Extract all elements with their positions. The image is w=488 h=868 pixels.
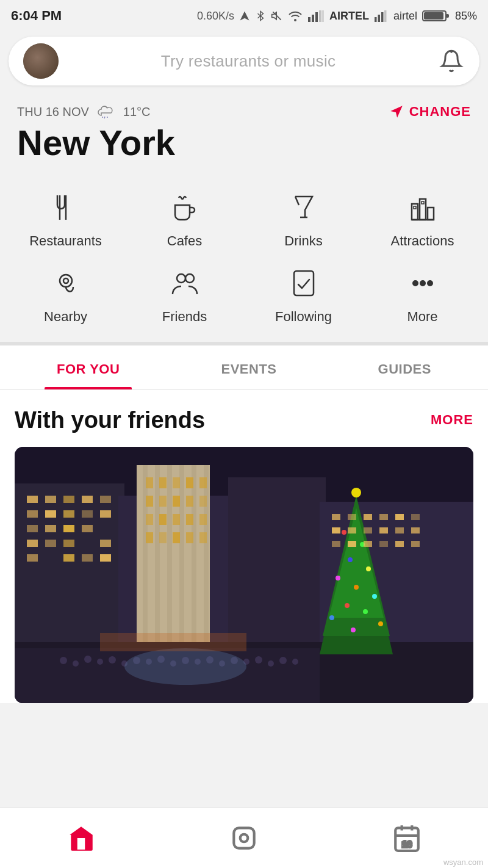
tab-events[interactable]: EVENTS: [209, 345, 289, 389]
change-button[interactable]: CHANGE: [389, 104, 471, 120]
tab-guides[interactable]: GUIDES: [366, 345, 443, 389]
svg-rect-59: [27, 554, 38, 562]
search-bar[interactable]: Try restaurants or music: [9, 37, 479, 85]
category-drinks[interactable]: Drinks: [255, 188, 353, 249]
svg-rect-83: [186, 514, 193, 525]
svg-rect-3: [312, 15, 314, 22]
category-attractions[interactable]: Attractions: [374, 188, 472, 249]
restaurants-icon: [46, 188, 85, 227]
svg-rect-26: [422, 201, 424, 204]
category-nearby[interactable]: Nearby: [17, 264, 115, 325]
svg-point-102: [363, 609, 368, 614]
svg-rect-78: [186, 496, 193, 507]
avatar[interactable]: [23, 43, 59, 79]
nearby-icon: [46, 264, 85, 303]
svg-point-29: [63, 278, 68, 283]
restaurants-label: Restaurants: [29, 233, 102, 249]
nav-home[interactable]: [51, 817, 112, 859]
svg-point-35: [428, 281, 432, 286]
watermark: wsyan.com: [443, 858, 483, 867]
svg-point-106: [351, 488, 361, 497]
svg-rect-136: [332, 527, 340, 533]
svg-rect-8: [378, 15, 380, 22]
svg-rect-2: [308, 17, 310, 22]
svg-rect-12: [424, 12, 443, 20]
svg-rect-142: [332, 541, 340, 547]
category-row-2: Nearby Friends Following: [0, 260, 488, 336]
svg-point-100: [372, 594, 377, 599]
svg-rect-139: [379, 527, 388, 533]
category-friends[interactable]: Friends: [136, 264, 234, 325]
section-title: With your friends: [15, 407, 205, 433]
nearby-label: Nearby: [44, 309, 87, 325]
category-restaurants[interactable]: Restaurants: [17, 188, 115, 249]
weather-icon: [96, 104, 116, 119]
category-cafes[interactable]: Cafes: [136, 188, 234, 249]
svg-text:16: 16: [402, 839, 412, 848]
home-icon: [66, 823, 96, 853]
svg-rect-13: [446, 14, 449, 18]
svg-rect-76: [159, 496, 167, 507]
svg-rect-4: [315, 12, 318, 22]
svg-rect-71: [159, 477, 167, 488]
svg-rect-81: [159, 514, 167, 525]
svg-rect-27: [414, 206, 416, 209]
svg-rect-88: [186, 532, 193, 543]
svg-rect-9: [381, 12, 384, 22]
svg-point-149: [240, 834, 248, 842]
svg-rect-134: [395, 514, 404, 520]
svg-rect-74: [199, 477, 207, 488]
battery-percent: 85%: [455, 10, 477, 23]
svg-rect-50: [100, 510, 111, 518]
section-header: With your friends MORE: [15, 407, 473, 433]
svg-point-94: [342, 530, 346, 535]
svg-rect-51: [27, 525, 38, 532]
svg-point-98: [336, 576, 340, 580]
svg-rect-47: [45, 510, 56, 518]
svg-point-101: [345, 603, 350, 608]
status-bar: 6:04 PM 0.60K/s AIRTEL air: [0, 0, 488, 32]
svg-rect-45: [100, 496, 111, 503]
temperature: 11°C: [123, 105, 151, 119]
svg-point-126: [279, 657, 287, 664]
svg-rect-77: [173, 496, 180, 507]
svg-rect-148: [234, 828, 254, 848]
svg-rect-6: [322, 10, 324, 22]
tab-for-you[interactable]: FOR YOU: [45, 345, 132, 389]
svg-rect-10: [384, 10, 387, 22]
cafes-icon: [165, 188, 204, 227]
svg-point-96: [348, 557, 353, 562]
svg-rect-146: [395, 541, 404, 547]
nav-search[interactable]: [214, 817, 274, 859]
main-content: With your friends MORE: [0, 390, 488, 703]
svg-point-111: [97, 659, 103, 665]
svg-point-109: [73, 660, 79, 667]
following-icon: [284, 264, 323, 303]
calendar-icon: 16: [392, 823, 422, 853]
change-label: CHANGE: [409, 104, 471, 120]
svg-rect-54: [82, 525, 93, 532]
svg-point-110: [84, 656, 92, 663]
category-following[interactable]: Following: [255, 264, 353, 325]
svg-rect-61: [82, 554, 93, 562]
attractions-icon: [403, 188, 442, 227]
svg-rect-41: [27, 496, 38, 503]
svg-point-104: [378, 621, 383, 626]
svg-rect-56: [45, 540, 56, 547]
svg-point-103: [329, 615, 334, 620]
svg-point-30: [177, 274, 185, 283]
feature-image[interactable]: [15, 447, 473, 703]
svg-point-108: [60, 657, 67, 664]
more-label: More: [407, 309, 437, 325]
wifi-icon: [288, 10, 303, 21]
search-placeholder: Try restaurants or music: [59, 52, 438, 71]
category-more[interactable]: More: [374, 264, 472, 325]
svg-rect-130: [332, 514, 340, 520]
more-link[interactable]: MORE: [431, 412, 473, 428]
cloud-icon: [96, 104, 116, 119]
notification-bell-icon[interactable]: [438, 48, 465, 74]
nav-calendar[interactable]: 16: [376, 817, 437, 859]
svg-marker-0: [240, 12, 249, 21]
svg-rect-75: [146, 496, 153, 507]
svg-rect-52: [45, 525, 56, 532]
